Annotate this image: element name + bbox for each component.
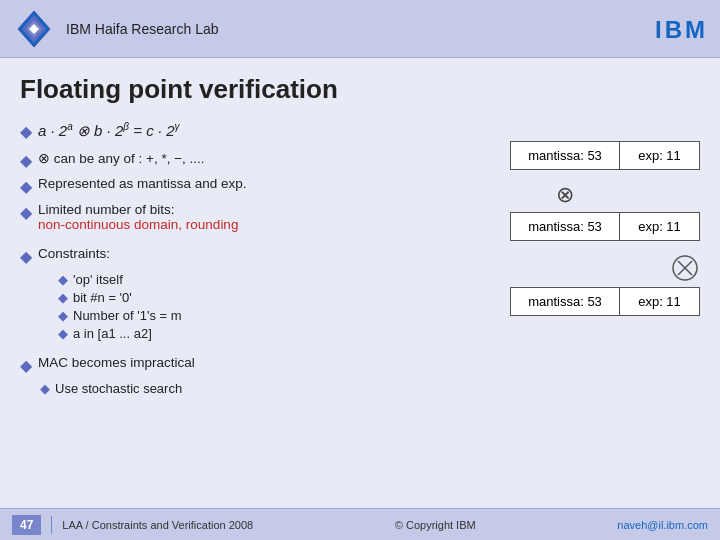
constraints-label: Constraints:: [38, 246, 110, 261]
ibm-logo: IBM: [655, 13, 708, 45]
constraint-text-2: bit #n = '0': [73, 290, 132, 305]
constraints-list: ◆ 'op' itself ◆ bit #n = '0' ◆ Number of…: [38, 272, 400, 341]
diamond-icon-4: ◆: [20, 203, 32, 222]
footer: 47 LAA / Constraints and Verification 20…: [0, 508, 720, 540]
bullet-otimes: ◆ ⊗ can be any of : +, *, −, ....: [20, 150, 400, 170]
constraint-item-1: ◆ 'op' itself: [58, 272, 400, 287]
footer-divider: [51, 516, 52, 534]
otimes-icon-1: ⊗: [546, 182, 574, 208]
constraints-section: ◆ Constraints: ◆ 'op' itself ◆ bit #n = …: [20, 246, 400, 341]
footer-email: naveh@il.ibm.com: [617, 519, 708, 531]
diamond-icon-5: ◆: [20, 247, 32, 266]
mantissa-row-1: mantissa: 53 exp: 11: [510, 141, 700, 170]
header-title: IBM Haifa Research Lab: [66, 21, 219, 37]
sub-diamond-5: ◆: [40, 381, 50, 396]
exp-box-1: exp: 11: [620, 141, 700, 170]
mantissa-box-3: mantissa: 53: [510, 287, 620, 316]
mac-line1: MAC becomes impractical: [38, 355, 195, 370]
constraint-text-1: 'op' itself: [73, 272, 123, 287]
otimes-text: ⊗ can be any of : +, *, −, ....: [38, 150, 205, 166]
sub-diamond-3: ◆: [58, 308, 68, 323]
left-column: ◆ a · 2a ⊗ b · 2β = c · 2γ ◆ ⊗ can be an…: [20, 121, 400, 399]
ibm-diamond-logo: [12, 7, 56, 51]
mantissa-box-2: mantissa: 53: [510, 212, 620, 241]
mac-item-1: ◆ MAC becomes impractical: [20, 355, 400, 375]
content-area: ◆ a · 2a ⊗ b · 2β = c · 2γ ◆ ⊗ can be an…: [20, 121, 700, 399]
mantissa-row-3: mantissa: 53 exp: 11: [510, 287, 700, 316]
footer-page-number: 47: [12, 515, 41, 535]
constraints-header-item: ◆ Constraints:: [20, 246, 400, 266]
mantissa-row-2: mantissa: 53 exp: 11: [510, 212, 700, 241]
sub-diamond-2: ◆: [58, 290, 68, 305]
exp-box-3: exp: 11: [620, 287, 700, 316]
constraint-text-3: Number of '1's = m: [73, 308, 182, 323]
bullet-formula: ◆ a · 2a ⊗ b · 2β = c · 2γ: [20, 121, 400, 144]
mac-section: ◆ MAC becomes impractical ◆ Use stochast…: [20, 355, 400, 396]
bullet-limited-bits: ◆ Limited number of bits: non-continuous…: [20, 202, 400, 232]
diamond-icon-3: ◆: [20, 177, 32, 196]
header: IBM Haifa Research Lab IBM: [0, 0, 720, 58]
arrow-row: [660, 253, 700, 283]
constraint-text-4: a in [a1 ... a2]: [73, 326, 152, 341]
page-title: Floating point verification: [20, 74, 700, 105]
exp-box-2: exp: 11: [620, 212, 700, 241]
circle-x-icon: [670, 253, 700, 283]
diamond-icon-1: ◆: [20, 122, 32, 141]
diamond-icon-2: ◆: [20, 151, 32, 170]
mac-line2: Use stochastic search: [55, 381, 182, 396]
constraint-item-2: ◆ bit #n = '0': [58, 290, 400, 305]
formula-text: a · 2a ⊗ b · 2β = c · 2γ: [38, 121, 180, 140]
right-column: mantissa: 53 exp: 11 ⊗ mantissa: 53 exp:…: [420, 141, 700, 322]
footer-conference: LAA / Constraints and Verification 2008: [62, 519, 253, 531]
sub-diamond-1: ◆: [58, 272, 68, 287]
constraint-item-4: ◆ a in [a1 ... a2]: [58, 326, 400, 341]
limited-bits-text: Limited number of bits: non-continuous d…: [38, 202, 238, 232]
mantissa-box-1: mantissa: 53: [510, 141, 620, 170]
constraint-item-3: ◆ Number of '1's = m: [58, 308, 400, 323]
footer-copyright: © Copyright IBM: [253, 519, 617, 531]
mantissa-text: Represented as mantissa and exp.: [38, 176, 247, 191]
sub-diamond-4: ◆: [58, 326, 68, 341]
diamond-icon-6: ◆: [20, 356, 32, 375]
bullet-mantissa: ◆ Represented as mantissa and exp.: [20, 176, 400, 196]
mac-item-2: ◆ Use stochastic search: [40, 381, 400, 396]
main-content: Floating point verification ◆ a · 2a ⊗ b…: [0, 58, 720, 409]
rounding-text: non-continuous domain, rounding: [38, 217, 238, 232]
